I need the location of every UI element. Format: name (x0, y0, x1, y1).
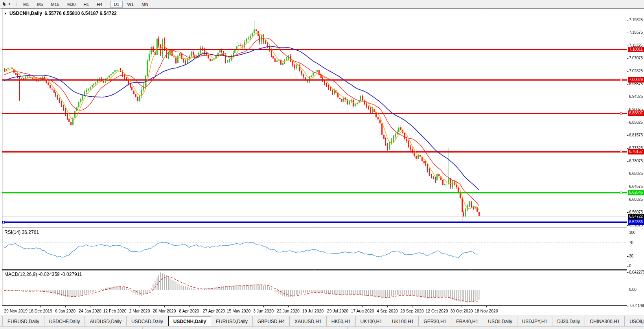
chart-canvas[interactable] (0, 0, 644, 329)
chart-tab-audusd-daily[interactable]: AUDUSD,Daily (85, 316, 127, 327)
toolbar-grip[interactable] (15, 2, 17, 7)
price-axis-label: 7.07075 (629, 56, 643, 60)
price-axis-label: 7.15575 (629, 30, 643, 35)
date-axis-label: 29 Jul 2020 (327, 309, 348, 313)
date-axis-label: 6 Jan 2020 (55, 309, 75, 313)
collapse-chart-icon[interactable]: ▼ (4, 12, 7, 15)
rsi-scale-label: 0 (629, 264, 631, 268)
chart-tab-xauusd-h1[interactable]: XAUUSD,H1 (290, 316, 327, 327)
chart-tab-gbpusd-h4[interactable]: GBPUSD,H4 (253, 316, 290, 327)
chart-tab-eurusd-daily[interactable]: EURUSD,Daily (211, 316, 253, 327)
price-level-tag[interactable]: 6.88897 (628, 110, 644, 116)
price-level-tag[interactable]: 7.10011 (628, 47, 644, 52)
macd-scale-label: -0.04148 (629, 303, 644, 308)
date-axis-label: 30 Oct 2020 (450, 309, 473, 313)
date-axis-label: 8 Apr 2020 (179, 309, 199, 313)
toolbar-separator (108, 2, 108, 7)
price-axis-label: 7.19825 (629, 18, 643, 22)
price-axis-label: 6.85825 (629, 120, 643, 125)
chart-tab-eurusd-daily[interactable]: EURUSD,Daily (2, 316, 44, 327)
date-axis-label: 15 May 2020 (227, 309, 251, 313)
price-level-tag[interactable]: 6.76157 (628, 149, 644, 154)
chart-tab-hk50-h1[interactable]: HK50,H1 (327, 316, 356, 327)
date-axis-label: 22 Jun 2020 (277, 309, 300, 313)
date-axis-label: 29 Nov 2019 (4, 309, 28, 313)
price-axis-label: 7.02825 (629, 69, 643, 73)
price-level-tag[interactable]: 7.00029 (628, 77, 644, 83)
status-pane-divider (239, 327, 239, 329)
timeframe-button-m5[interactable]: M5 (33, 1, 46, 8)
timeframe-button-h4[interactable]: H4 (93, 1, 106, 8)
date-axis-label: 17 Aug 2020 (351, 309, 374, 313)
chart-tab-ger30-h1[interactable]: GER30,H1 (419, 316, 451, 327)
timeframe-toolbar: ▼ M1M5M15M30H1H4D1W1MN (0, 0, 644, 9)
price-axis-label: 6.73075 (629, 159, 643, 163)
price-axis-label: 6.64575 (629, 184, 643, 189)
rsi-label: RSI(14) 36.2761 (4, 230, 39, 235)
chart-title: ▼ USDCNH,Daily 6.55776 6.55810 6.54187 6… (4, 11, 117, 16)
rsi-scale-label: 70 (629, 241, 633, 245)
chart-tab-usdcnh-daily[interactable]: USDCNH,Daily (168, 316, 211, 327)
date-axis-label: 18 Nov 2020 (475, 309, 498, 313)
cursor-tool-icon[interactable] (2, 1, 7, 7)
date-axis-label: 3 Jun 2020 (253, 309, 274, 313)
timeframe-button-m15[interactable]: M15 (47, 1, 63, 8)
timeframe-button-mn[interactable]: MN (138, 1, 152, 8)
date-axis-label: 27 Apr 2020 (203, 309, 225, 313)
chart-tab-usoil-daily[interactable]: USOil,Daily (483, 316, 517, 327)
date-axis-label: 23 Sep 2020 (400, 309, 424, 313)
date-axis-label: 10 Jul 2020 (302, 309, 324, 313)
chart-tab-dj30-daily[interactable]: DJ30,Daily (552, 316, 585, 327)
status-bar (0, 326, 644, 329)
status-pane-divider (522, 327, 522, 329)
timeframe-button-w1[interactable]: W1 (123, 1, 137, 8)
price-axis-label: 6.68825 (629, 171, 643, 176)
date-axis-label: 12 Oct 2020 (425, 309, 448, 313)
price-axis-label: 6.94325 (629, 94, 643, 99)
status-pane-divider (347, 327, 348, 329)
price-level-tag[interactable]: 6.52866 (628, 219, 644, 225)
macd-scale-label: 0.00 (629, 287, 637, 292)
chart-ohlc-values: 6.55776 6.55810 6.54187 6.54722 (44, 11, 117, 16)
timeframe-button-m30[interactable]: M30 (64, 1, 79, 8)
current-price-tag: 6.54722 (628, 214, 644, 219)
date-axis-label: 24 Jan 2020 (79, 309, 101, 313)
macd-scale-label: 0.042275 (629, 270, 644, 274)
status-pane-divider (142, 327, 143, 329)
chart-tab-fra40-h1[interactable]: FRA40,H1 (451, 316, 483, 327)
chart-tab-usdchf-daily[interactable]: USDCHF,Daily (44, 316, 85, 327)
macd-label: MACD(12,26,9) -0.024359 -0.027911 (4, 272, 82, 277)
rsi-scale-label: 100 (629, 230, 635, 235)
price-axis-label: 6.81575 (629, 133, 643, 137)
chart-tab-bar: EURUSD,DailyUSDCHF,DailyAUDUSD,DailyUSDC… (0, 316, 644, 327)
timeframe-button-d1[interactable]: D1 (110, 1, 123, 8)
date-axis-label: 18 Dec 2019 (29, 309, 52, 313)
chart-tab-usdjpy-h1[interactable]: USDJPY,H1 (517, 316, 552, 327)
chart-tab-uk100-h1[interactable]: UK100,H1 (356, 316, 387, 327)
date-axis-label: 4 Sep 2020 (377, 309, 398, 313)
status-pane-divider (417, 327, 417, 329)
rsi-scale-label: 30 (629, 254, 633, 258)
chart-tab-usdcad-daily[interactable]: USDCAD,Daily (127, 316, 168, 327)
trading-terminal: ▼ M1M5M15M30H1H4D1W1MN ▼ USDCNH,Daily 6.… (0, 0, 644, 329)
cursor-dropdown-caret-icon[interactable]: ▼ (8, 2, 11, 6)
timeframe-button-h1[interactable]: H1 (80, 1, 92, 8)
chart-tab-uk100-h1[interactable]: UK100,H1 (387, 316, 419, 327)
timeframe-buttons: M1M5M15M30H1H4D1W1MN (19, 1, 152, 8)
date-axis-label: 12 Feb 2020 (103, 309, 127, 313)
chart-tab-usoil-h1[interactable]: USOil,H1 (625, 316, 644, 327)
price-level-tag[interactable]: 6.62646 (628, 190, 644, 195)
price-axis-label: 6.60325 (629, 197, 643, 202)
date-axis-label: 20 Mar 2020 (153, 309, 176, 313)
timeframe-button-m1[interactable]: M1 (20, 1, 33, 8)
chart-symbol: USDCNH,Daily (9, 11, 42, 16)
date-axis-label: 2 Mar 2020 (129, 309, 150, 313)
chart-tab-china300-h1[interactable]: CHINA300,H1 (585, 316, 625, 327)
